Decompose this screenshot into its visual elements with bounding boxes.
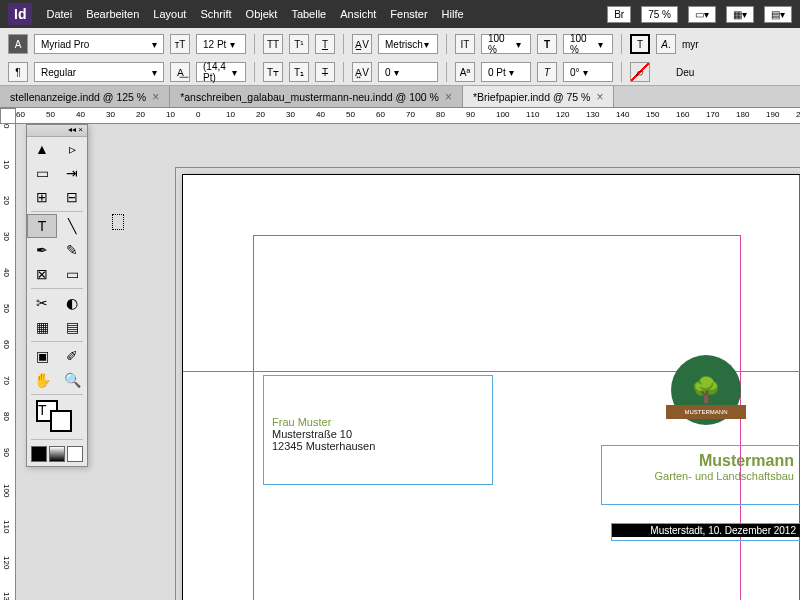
- menu-hilfe[interactable]: Hilfe: [442, 8, 464, 20]
- tree-icon: 🌳: [691, 376, 721, 404]
- menu-datei[interactable]: Datei: [46, 8, 72, 20]
- gradient-feather-tool-icon[interactable]: ▤: [57, 315, 87, 339]
- note-tool-icon[interactable]: ▣: [27, 344, 57, 368]
- vertical-ruler[interactable]: 0102030405060708090100110120130: [0, 124, 16, 600]
- ruler-origin[interactable]: [0, 108, 16, 124]
- pen-tool-icon[interactable]: ✒: [27, 238, 57, 262]
- free-transform-tool-icon[interactable]: ◐: [57, 291, 87, 315]
- hscale-input[interactable]: 100 %▾: [563, 34, 613, 54]
- eyedropper-tool-icon[interactable]: ✐: [57, 344, 87, 368]
- page-tool-icon[interactable]: ▭: [27, 161, 57, 185]
- recipient-street: Musterstraße 10: [272, 428, 484, 440]
- tracking-icon: A͍V: [352, 62, 372, 82]
- apply-color-icon[interactable]: [31, 446, 47, 462]
- workspace: 6050403020100102030405060708090100110120…: [0, 108, 800, 600]
- subscript-icon[interactable]: T₁: [289, 62, 309, 82]
- horizontal-ruler[interactable]: 6050403020100102030405060708090100110120…: [16, 108, 800, 124]
- fill-stroke-swap-icon[interactable]: T: [27, 397, 57, 437]
- menu-layout[interactable]: Layout: [153, 8, 186, 20]
- tab-stellenanzeige[interactable]: stellenanzeige.indd @ 125 %×: [0, 86, 170, 107]
- date-frame[interactable]: Musterstadt, 10. Dezember 2012: [611, 523, 800, 541]
- font-weight-dropdown[interactable]: Regular▾: [34, 62, 164, 82]
- para-mode-icon[interactable]: ¶: [8, 62, 28, 82]
- address-frame[interactable]: Frau Muster Musterstraße 10 12345 Muster…: [263, 375, 493, 485]
- app-icon: Id: [8, 3, 32, 25]
- bridge-button[interactable]: Br: [607, 6, 631, 23]
- allcaps-icon[interactable]: TT: [263, 34, 283, 54]
- canvas[interactable]: Frau Muster Musterstraße 10 12345 Muster…: [16, 124, 800, 600]
- tracking-input[interactable]: 0▾: [378, 62, 438, 82]
- menu-objekt[interactable]: Objekt: [246, 8, 278, 20]
- logo-banner: MUSTERMANN: [666, 405, 746, 419]
- arrange-icon[interactable]: ▤▾: [764, 6, 792, 23]
- vscale-icon: IT: [455, 34, 475, 54]
- text-cursor-icon: [112, 214, 124, 230]
- rectangle-frame-tool-icon[interactable]: ⊠: [27, 262, 57, 286]
- document-tabs: stellenanzeige.indd @ 125 %× *anschreibe…: [0, 86, 800, 108]
- page: Frau Muster Musterstraße 10 12345 Muster…: [182, 174, 800, 600]
- recipient-city: 12345 Musterhausen: [272, 440, 484, 452]
- skew-icon: T: [537, 62, 557, 82]
- date-text: Musterstadt, 10. Dezember 2012: [612, 524, 800, 537]
- type-tool-icon[interactable]: T: [27, 214, 57, 238]
- leading-input[interactable]: (14,4 Pt)▾: [196, 62, 246, 82]
- pencil-tool-icon[interactable]: ✎: [57, 238, 87, 262]
- vscale-input[interactable]: 100 %▾: [481, 34, 531, 54]
- zoom-dropdown[interactable]: 75 %: [641, 6, 678, 23]
- content-collector-icon[interactable]: ⊞: [27, 185, 57, 209]
- logo: 🌳 MUSTERMANN: [671, 355, 741, 425]
- font-family-dropdown[interactable]: Myriad Pro▾: [34, 34, 164, 54]
- menu-ansicht[interactable]: Ansicht: [340, 8, 376, 20]
- kerning-icon: A̲V: [352, 34, 372, 54]
- view-options-icon[interactable]: ▭▾: [688, 6, 716, 23]
- selection-tool-icon[interactable]: ▲: [27, 137, 57, 161]
- company-name: Mustermann: [608, 452, 794, 470]
- menu-tabelle[interactable]: Tabelle: [291, 8, 326, 20]
- font-size-input[interactable]: 12 Pt▾: [196, 34, 246, 54]
- fill-color-icon[interactable]: T: [630, 34, 650, 54]
- control-panel: A Myriad Pro▾ тT 12 Pt▾ TT T¹ T A̲V Metr…: [0, 28, 800, 86]
- font-size-icon: тT: [170, 34, 190, 54]
- baseline-input[interactable]: 0 Pt▾: [481, 62, 531, 82]
- gradient-swatch-tool-icon[interactable]: ▦: [27, 315, 57, 339]
- toolbox: ◂◂ × ▲ ▹ ▭ ⇥ ⊞ ⊟ T ╲ ✒ ✎ ⊠ ▭ ✂ ◐ ▦ ▤ ▣ ✐…: [26, 124, 88, 467]
- company-subtitle: Garten- und Landschaftsbau: [608, 470, 794, 482]
- close-icon[interactable]: ×: [152, 90, 159, 104]
- apply-none-icon[interactable]: [67, 446, 83, 462]
- screen-mode-icon[interactable]: ▦▾: [726, 6, 754, 23]
- toolbox-header[interactable]: ◂◂ ×: [27, 125, 87, 137]
- hand-tool-icon[interactable]: ✋: [27, 368, 57, 392]
- char-style-icon[interactable]: A.: [656, 34, 676, 54]
- superscript-icon[interactable]: T¹: [289, 34, 309, 54]
- menu-bearbeiten[interactable]: Bearbeiten: [86, 8, 139, 20]
- line-tool-icon[interactable]: ╲: [57, 214, 87, 238]
- stroke-color-icon[interactable]: ▱: [630, 62, 650, 82]
- content-placer-icon[interactable]: ⊟: [57, 185, 87, 209]
- close-icon[interactable]: ×: [445, 90, 452, 104]
- baseline-icon: Aª: [455, 62, 475, 82]
- smallcaps-icon[interactable]: Tᴛ: [263, 62, 283, 82]
- leading-icon: A͟: [170, 62, 190, 82]
- close-icon[interactable]: ×: [596, 90, 603, 104]
- zoom-tool-icon[interactable]: 🔍: [57, 368, 87, 392]
- apply-gradient-icon[interactable]: [49, 446, 65, 462]
- menu-fenster[interactable]: Fenster: [390, 8, 427, 20]
- tab-briefpapier[interactable]: *Briefpapier.indd @ 75 %×: [463, 86, 615, 107]
- kerning-input[interactable]: Metrisch▾: [378, 34, 438, 54]
- gap-tool-icon[interactable]: ⇥: [57, 161, 87, 185]
- scissors-tool-icon[interactable]: ✂: [27, 291, 57, 315]
- char-style-label: myr: [682, 39, 699, 50]
- menubar: Id Datei Bearbeiten Layout Schrift Objek…: [0, 0, 800, 28]
- direct-selection-tool-icon[interactable]: ▹: [57, 137, 87, 161]
- hscale-icon: T: [537, 34, 557, 54]
- menu-schrift[interactable]: Schrift: [200, 8, 231, 20]
- strikethrough-icon[interactable]: T: [315, 62, 335, 82]
- company-frame[interactable]: Mustermann Garten- und Landschaftsbau: [601, 445, 800, 505]
- recipient-name: Frau Muster: [272, 416, 484, 428]
- underline-icon[interactable]: T: [315, 34, 335, 54]
- skew-input[interactable]: 0°▾: [563, 62, 613, 82]
- char-mode-icon[interactable]: A: [8, 34, 28, 54]
- rectangle-tool-icon[interactable]: ▭: [57, 262, 87, 286]
- language-label: Deu: [676, 67, 694, 78]
- tab-anschreiben[interactable]: *anschreiben_galabau_mustermann-neu.indd…: [170, 86, 463, 107]
